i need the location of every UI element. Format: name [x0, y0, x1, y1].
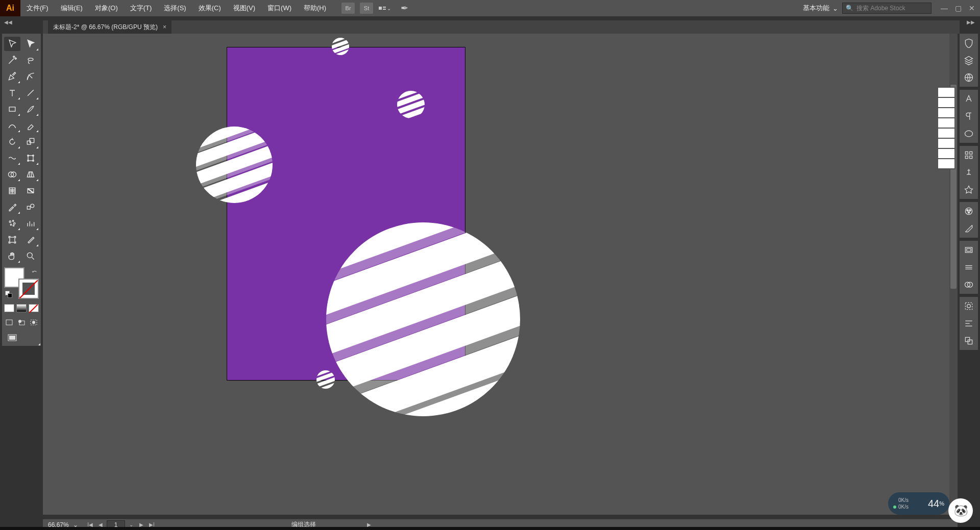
slice-tool[interactable]: [22, 233, 39, 247]
screen-mode-button[interactable]: [4, 333, 20, 343]
assistant-avatar[interactable]: 🐼: [948, 498, 973, 523]
swatch-item[interactable]: [938, 149, 954, 158]
tab-close-icon[interactable]: ×: [163, 23, 166, 31]
swatch-item[interactable]: [938, 118, 954, 128]
properties-panel-icon[interactable]: [962, 37, 976, 49]
hand-tool[interactable]: [4, 249, 20, 263]
search-stock-input[interactable]: 🔍 搜索 Adobe Stock: [842, 3, 932, 14]
line-tool[interactable]: [22, 86, 39, 100]
appearance-panel-icon[interactable]: [962, 300, 976, 312]
upload-speed: 0K/s: [898, 497, 909, 503]
brushes-panel-icon[interactable]: [962, 166, 976, 179]
menu-select[interactable]: 选择(S): [158, 0, 192, 16]
menu-app-icons: Br St ⌄ ✒: [341, 3, 408, 14]
character-panel-icon[interactable]: [962, 93, 976, 105]
artboard-tool[interactable]: [4, 233, 20, 247]
paragraph-panel-icon[interactable]: [962, 110, 976, 122]
color-guide-panel-icon[interactable]: [962, 222, 976, 235]
draw-behind[interactable]: [16, 318, 27, 326]
menu-file[interactable]: 文件(F): [20, 0, 55, 16]
close-button[interactable]: ✕: [969, 4, 975, 12]
svg-point-29: [965, 131, 973, 137]
width-tool[interactable]: [4, 151, 20, 165]
magic-wand-tool[interactable]: [4, 53, 20, 67]
swatch-item[interactable]: [938, 129, 954, 138]
mesh-tool[interactable]: [4, 184, 20, 198]
transparency-panel-icon[interactable]: [962, 279, 976, 291]
default-fill-stroke-icon[interactable]: [5, 291, 12, 298]
color-mode-gradient[interactable]: [16, 304, 27, 312]
draw-inside[interactable]: [29, 318, 39, 326]
cpu-percent-value: 44: [928, 498, 939, 510]
shape-builder-tool[interactable]: [4, 167, 20, 182]
type-tool[interactable]: [4, 86, 20, 100]
color-mode-solid[interactable]: [4, 304, 14, 312]
draw-normal[interactable]: [4, 318, 14, 326]
svg-point-20: [27, 253, 32, 258]
pen-tool[interactable]: [4, 69, 20, 84]
lasso-tool[interactable]: [22, 53, 39, 67]
align-panel-icon[interactable]: [962, 317, 976, 330]
paintbrush-tool[interactable]: [22, 102, 39, 116]
stroke-swatch[interactable]: [18, 279, 39, 299]
color-panel-icon[interactable]: [962, 205, 976, 217]
maximize-button[interactable]: ▢: [955, 4, 962, 12]
swatches-panel-icon[interactable]: [962, 149, 976, 161]
stock-icon[interactable]: St: [360, 3, 373, 14]
gpu-icon[interactable]: ✒: [401, 3, 408, 14]
symbols-panel-icon[interactable]: [962, 184, 976, 196]
collapse-right-icon[interactable]: ▶▶: [967, 19, 975, 25]
swatch-item[interactable]: [938, 139, 954, 148]
scale-tool[interactable]: [22, 135, 39, 149]
fill-stroke-picker[interactable]: ⤺: [4, 267, 39, 299]
blend-tool[interactable]: [22, 200, 39, 214]
perspective-grid-tool[interactable]: [22, 167, 39, 182]
rectangle-tool[interactable]: [4, 102, 20, 116]
svg-point-25: [32, 321, 35, 324]
swap-fill-stroke-icon[interactable]: ⤺: [32, 268, 37, 275]
free-transform-tool[interactable]: [22, 151, 39, 165]
menu-view[interactable]: 视图(V): [227, 0, 261, 16]
direct-selection-tool[interactable]: [22, 37, 39, 51]
libraries-panel-icon[interactable]: [962, 71, 976, 84]
zoom-tool[interactable]: [22, 249, 39, 263]
svg-point-23: [18, 320, 21, 323]
menu-effect[interactable]: 效果(C): [192, 0, 227, 16]
bridge-icon[interactable]: Br: [341, 3, 355, 14]
stroke-panel-icon[interactable]: [962, 244, 976, 256]
artwork-sphere-medium: [196, 127, 273, 203]
swatch-strip[interactable]: [937, 87, 955, 169]
selection-tool[interactable]: [4, 37, 20, 51]
swatch-item[interactable]: [938, 108, 954, 117]
menu-object[interactable]: 对象(O): [89, 0, 124, 16]
symbol-sprayer-tool[interactable]: [4, 216, 20, 231]
pathfinder-panel-icon[interactable]: [962, 335, 976, 347]
eyedropper-tool[interactable]: [4, 200, 20, 214]
document-tab[interactable]: 未标题-2* @ 66.67% (RGB/GPU 预览) ×: [48, 20, 172, 34]
collapse-left-icon[interactable]: ◀◀: [4, 19, 12, 25]
color-mode-none[interactable]: [29, 304, 39, 312]
menu-help[interactable]: 帮助(H): [298, 0, 332, 16]
svg-rect-19: [10, 237, 15, 242]
menu-type[interactable]: 文字(T): [124, 0, 158, 16]
gradient-tool[interactable]: [22, 184, 39, 198]
svg-rect-27: [9, 336, 15, 340]
shaper-tool[interactable]: [4, 118, 20, 133]
opentype-panel-icon[interactable]: [962, 128, 976, 140]
curvature-tool[interactable]: [22, 69, 39, 84]
workspace-selector[interactable]: 基本功能 ⌄: [803, 4, 838, 13]
menu-window[interactable]: 窗口(W): [261, 0, 298, 16]
gradient-panel-icon[interactable]: [962, 261, 976, 273]
svg-rect-32: [965, 156, 968, 159]
canvas-area[interactable]: [43, 34, 958, 515]
arrange-documents-icon[interactable]: ⌄: [378, 3, 391, 14]
column-graph-tool[interactable]: [22, 216, 39, 231]
minimize-button[interactable]: —: [941, 4, 948, 12]
menu-edit[interactable]: 编辑(E): [55, 0, 89, 16]
swatch-item[interactable]: [938, 159, 954, 168]
rotate-tool[interactable]: [4, 135, 20, 149]
swatch-item[interactable]: [938, 88, 954, 97]
layers-panel-icon[interactable]: [962, 54, 976, 66]
swatch-item[interactable]: [938, 98, 954, 107]
eraser-tool[interactable]: [22, 118, 39, 133]
